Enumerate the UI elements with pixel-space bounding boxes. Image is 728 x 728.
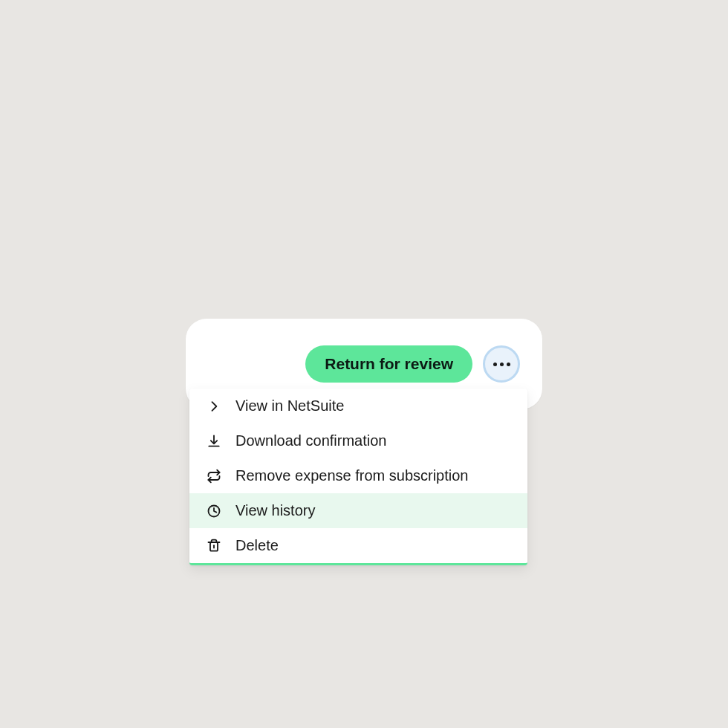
menu-item-remove-expense[interactable]: Remove expense from subscription xyxy=(189,458,527,493)
return-for-review-button[interactable]: Return for review xyxy=(305,345,472,383)
dots-icon xyxy=(507,363,510,366)
menu-item-download-confirmation[interactable]: Download confirmation xyxy=(189,423,527,458)
download-icon xyxy=(206,433,222,449)
menu-item-view-history[interactable]: View history xyxy=(189,493,527,528)
dropdown-menu: View in NetSuite Download confirmation xyxy=(189,389,527,565)
menu-item-delete[interactable]: Delete xyxy=(189,528,527,563)
action-card: Return for review View in NetSuite Downl… xyxy=(186,319,542,409)
more-actions-button[interactable] xyxy=(483,345,520,383)
toolbar: Return for review xyxy=(204,345,524,383)
trash-icon xyxy=(206,538,222,554)
dots-icon xyxy=(500,363,504,366)
dots-icon xyxy=(493,363,497,366)
menu-item-label: Remove expense from subscription xyxy=(235,467,468,484)
clock-icon xyxy=(206,503,222,519)
menu-item-view-in-netsuite[interactable]: View in NetSuite xyxy=(189,389,527,423)
menu-item-label: View history xyxy=(235,502,315,519)
refresh-icon xyxy=(206,468,222,484)
menu-item-label: Download confirmation xyxy=(235,432,386,449)
chevron-right-icon xyxy=(206,398,222,415)
menu-item-label: View in NetSuite xyxy=(235,397,344,415)
menu-item-label: Delete xyxy=(235,537,279,554)
